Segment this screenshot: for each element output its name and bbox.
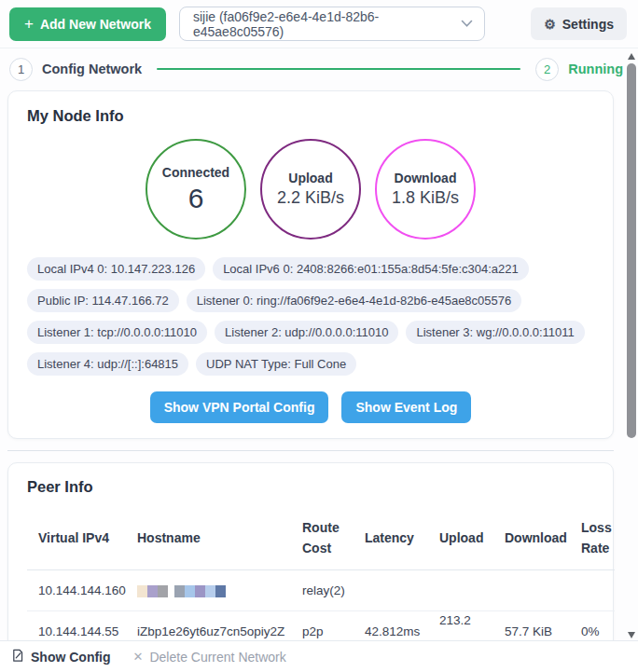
connected-value: 6 [188, 183, 204, 214]
upload-stat-ring: Upload 2.2 KiB/s [260, 139, 361, 240]
my-node-info-card: My Node Info Connected 6 Upload 2.2 KiB/… [7, 90, 614, 439]
col-hostname: Hostname [126, 507, 291, 570]
network-select[interactable]: sijie (fa06f9e2-e6e4-4e1d-82b6-e45ae8c05… [179, 7, 485, 41]
peer-table-row: 10.144.144.160 relay(2) [27, 570, 615, 611]
tag-local-ipv6: Local IPv6 0: 2408:8266:e01:155a:8d54:5f… [213, 257, 529, 281]
scroll-down-arrow-icon[interactable] [628, 632, 635, 638]
plus-icon: + [24, 16, 34, 32]
add-new-network-button[interactable]: + Add New Network [9, 7, 166, 41]
peer-upload-value: 213.2 [439, 613, 471, 627]
peer-table: Virtual IPv4 Hostname Route Cost Latency… [27, 507, 615, 640]
network-select-value: sijie (fa06f9e2-e6e4-4e1d-82b6-e45ae8c05… [193, 9, 453, 39]
download-label: Download [395, 171, 457, 185]
tag-listener-2: Listener 2: udp://0.0.0.0:11010 [215, 321, 398, 344]
add-new-network-label: Add New Network [40, 17, 151, 32]
show-config-button[interactable]: Show Config [11, 649, 111, 665]
show-vpn-portal-config-button[interactable]: Show VPN Portal Config [150, 391, 329, 423]
col-route-cost: Route Cost [291, 507, 354, 570]
node-info-tags: Local IPv4 0: 10.147.223.126 Local IPv6 … [27, 257, 594, 376]
top-toolbar: + Add New Network sijie (fa06f9e2-e6e4-4… [0, 0, 638, 48]
peer-table-row: 10.144.144.55 iZbp1e26yt6uz7cn5opiy2Z p2… [27, 611, 615, 640]
peer-loss-rate [570, 570, 615, 611]
tag-listener-0: Listener 0: ring://fa06f9e2-e6e4-4e1d-82… [187, 289, 522, 312]
step-1-circle: 1 [9, 58, 33, 81]
tag-public-ip: Public IP: 114.47.166.72 [27, 289, 179, 312]
peer-upload: 213.2 [428, 611, 493, 640]
peer-upload [428, 570, 493, 611]
step-1-number: 1 [18, 62, 24, 76]
close-icon: ✕ [133, 650, 144, 664]
main-content: 1 Config Network 2 Running My Node Info … [0, 48, 638, 640]
node-stat-rings: Connected 6 Upload 2.2 KiB/s Download 1.… [27, 139, 594, 240]
col-upload: Upload [428, 507, 493, 570]
peer-route-cost: p2p [291, 611, 354, 640]
peer-virtual-ipv4: 10.144.144.160 [27, 570, 126, 611]
scrollbar-thumb[interactable] [627, 63, 636, 438]
step-1-label: Config Network [42, 62, 142, 76]
document-edit-icon [11, 649, 24, 665]
show-event-log-button[interactable]: Show Event Log [341, 391, 471, 423]
peer-virtual-ipv4: 10.144.144.55 [27, 611, 126, 640]
peer-download [493, 570, 570, 611]
peer-route-cost: relay(2) [291, 570, 354, 611]
app-window: + Add New Network sijie (fa06f9e2-e6e4-4… [0, 0, 638, 672]
tag-listener-4: Listener 4: udp://[::]:64815 [27, 352, 188, 376]
col-latency: Latency [354, 507, 428, 570]
step-2-circle: 2 [535, 58, 559, 81]
peer-info-card: Peer Info Virtual IPv4 Hostname Route Co… [7, 462, 614, 640]
connected-stat-ring: Connected 6 [146, 139, 246, 240]
peer-info-title: Peer Info [27, 478, 594, 496]
stepper: 1 Config Network 2 Running [9, 57, 623, 81]
tag-udp-nat-type: UDP NAT Type: Full Cone [196, 352, 356, 376]
tag-listener-1: Listener 1: tcp://0.0.0.0:11010 [27, 321, 207, 344]
col-loss-rate: Loss Rate [570, 507, 615, 570]
show-config-label: Show Config [31, 650, 111, 665]
step-2-label: Running [568, 62, 623, 76]
settings-label: Settings [562, 17, 614, 32]
scroll-up-arrow-icon[interactable] [628, 53, 635, 60]
vertical-scrollbar[interactable] [625, 50, 637, 653]
section-divider [7, 450, 614, 451]
chevron-down-icon [461, 20, 473, 28]
upload-value: 2.2 KiB/s [277, 188, 344, 208]
tag-local-ipv4: Local IPv4 0: 10.147.223.126 [27, 257, 205, 281]
peer-hostname: iZbp1e26yt6uz7cn5opiy2Z [126, 611, 291, 640]
download-value: 1.8 KiB/s [392, 188, 459, 208]
peer-latency: 42.812ms [354, 611, 428, 640]
peer-loss-rate: 0% [570, 611, 615, 640]
delete-current-network-button[interactable]: ✕ Delete Current Network [133, 650, 286, 665]
node-action-buttons: Show VPN Portal Config Show Event Log [27, 391, 594, 423]
peer-hostname-redacted [126, 570, 291, 611]
tag-listener-3: Listener 3: wg://0.0.0.0:11011 [406, 321, 584, 344]
bottom-statusbar: Show Config ✕ Delete Current Network [0, 640, 638, 672]
settings-button[interactable]: ⚙︎ Settings [531, 7, 627, 40]
col-virtual-ipv4: Virtual IPv4 [27, 507, 126, 570]
node-info-title: My Node Info [27, 107, 594, 125]
stepper-connector-line [157, 68, 520, 70]
col-download: Download [493, 507, 570, 570]
connected-label: Connected [162, 165, 229, 180]
peer-latency [354, 570, 428, 611]
upload-label: Upload [288, 171, 332, 185]
peer-download: 57.7 KiB [493, 611, 570, 640]
gear-icon: ⚙︎ [544, 17, 556, 32]
peer-table-header-row: Virtual IPv4 Hostname Route Cost Latency… [27, 507, 615, 570]
delete-network-label: Delete Current Network [149, 650, 285, 665]
download-stat-ring: Download 1.8 KiB/s [375, 139, 476, 240]
step-2-number: 2 [544, 62, 550, 76]
